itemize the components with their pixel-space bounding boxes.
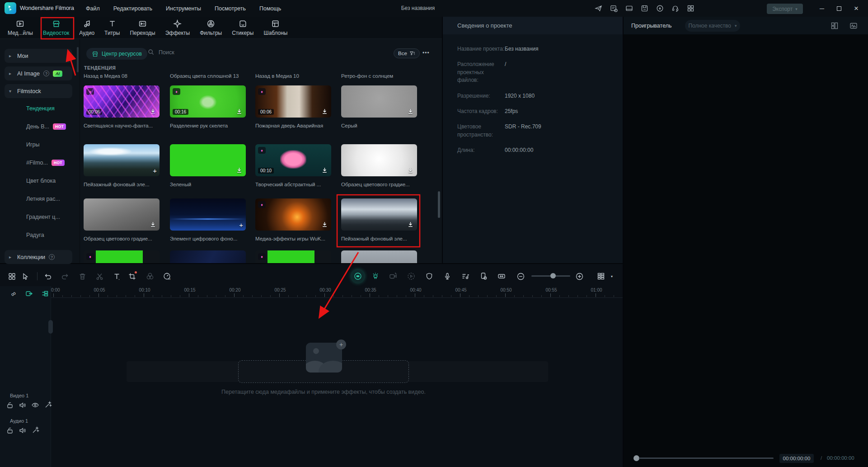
track-manager-icon[interactable] bbox=[596, 271, 606, 282]
sidebar-item-4[interactable]: #Filmo...HOT bbox=[26, 160, 65, 166]
filter-all-button[interactable]: Все bbox=[394, 48, 420, 58]
media-card[interactable]: ♦00:10Творческий абстрактный ... bbox=[255, 144, 331, 187]
sidebar-item-3[interactable]: Игры bbox=[26, 142, 39, 148]
media-thumbnail[interactable] bbox=[84, 198, 160, 231]
plugin-connector-icon[interactable] bbox=[370, 271, 381, 282]
tab-audio[interactable]: Аудио bbox=[74, 19, 99, 36]
auto-ripple-icon[interactable] bbox=[24, 288, 34, 298]
support-headset-icon[interactable] bbox=[671, 5, 679, 12]
zoom-slider-handle[interactable] bbox=[550, 273, 556, 278]
add-to-timeline-icon[interactable]: + bbox=[153, 167, 157, 175]
device-preview-icon[interactable] bbox=[478, 271, 489, 282]
undo-icon[interactable] bbox=[42, 271, 53, 282]
media-thumbnail[interactable] bbox=[341, 144, 417, 176]
minimize-button[interactable]: ─ bbox=[816, 3, 828, 14]
media-card[interactable]: +Элемент цифрового фоно... bbox=[170, 198, 246, 241]
select-tool-icon[interactable] bbox=[20, 271, 31, 282]
chevron-down-icon[interactable]: ▾ bbox=[609, 271, 615, 282]
sidebar-item-2[interactable]: День В...HOT bbox=[26, 123, 66, 130]
copyright-shield-icon[interactable] bbox=[424, 271, 435, 282]
mute-track-icon[interactable] bbox=[19, 426, 27, 434]
media-thumbnail[interactable] bbox=[341, 85, 417, 118]
media-thumbnail[interactable]: ♦00:06 bbox=[255, 85, 331, 118]
export-button[interactable]: Экспорт ▾ bbox=[767, 4, 803, 14]
media-thumbnail[interactable]: ♦ bbox=[84, 250, 160, 263]
download-icon[interactable] bbox=[321, 221, 328, 228]
download-icon[interactable] bbox=[407, 221, 414, 228]
delete-icon[interactable] bbox=[77, 271, 88, 282]
media-card[interactable]: ♦ bbox=[255, 250, 331, 263]
apply-effect-wand-icon[interactable] bbox=[31, 426, 39, 434]
download-icon[interactable] bbox=[321, 108, 328, 115]
download-icon[interactable] bbox=[236, 167, 243, 174]
media-card[interactable] bbox=[170, 250, 246, 263]
sidebar-group-ai-image[interactable]: ▸AI Image?AI bbox=[5, 66, 72, 80]
menu-item[interactable]: Посмотреть bbox=[215, 5, 246, 12]
share-icon[interactable] bbox=[595, 5, 602, 12]
media-card[interactable]: Серый bbox=[341, 85, 417, 128]
media-card[interactable]: +Пейзажный фоновый эле... bbox=[84, 144, 160, 187]
crop-tool-icon[interactable] bbox=[127, 271, 137, 282]
track-resize-handle[interactable] bbox=[48, 320, 53, 334]
mute-track-icon[interactable] bbox=[19, 401, 27, 409]
media-card[interactable]: ♦00:06Светящаяся научно-фанта... bbox=[84, 85, 160, 128]
layout-grid-icon[interactable] bbox=[830, 22, 839, 30]
sidebar-scrollbar[interactable] bbox=[77, 47, 79, 72]
split-track-icon[interactable] bbox=[40, 288, 50, 298]
zoom-in-icon[interactable] bbox=[574, 271, 585, 282]
media-card[interactable]: ♦Медиа-эффекты игры WuK... bbox=[255, 198, 331, 241]
timeline-ruler[interactable]: 00:0000:0500:1000:1500:2000:2500:3000:35… bbox=[51, 286, 623, 298]
sidebar-item-5[interactable]: Цвет блока bbox=[26, 178, 56, 184]
scope-waveform-icon[interactable] bbox=[849, 22, 858, 30]
more-options-button[interactable]: ••• bbox=[422, 50, 430, 56]
color-match-icon[interactable] bbox=[145, 271, 155, 282]
media-thumbnail[interactable]: ♦00:16 bbox=[170, 85, 246, 118]
split-scissors-icon[interactable] bbox=[94, 271, 105, 282]
media-card[interactable]: ♦00:16Разделение рук скелета bbox=[170, 85, 246, 128]
save-icon[interactable] bbox=[641, 5, 648, 12]
media-thumbnail[interactable]: ♦ bbox=[255, 198, 331, 231]
layout-panel-icon[interactable] bbox=[625, 5, 633, 12]
resource-center-button[interactable]: Центр ресурсов bbox=[86, 48, 147, 60]
media-thumbnail[interactable]: ♦ bbox=[255, 250, 331, 263]
media-card[interactable]: Зеленый bbox=[170, 144, 246, 187]
media-card[interactable]: ♦ bbox=[84, 250, 160, 263]
download-icon[interactable] bbox=[150, 221, 157, 228]
lock-track-icon[interactable] bbox=[6, 401, 14, 409]
task-list-icon[interactable] bbox=[610, 5, 618, 12]
download-icon[interactable] bbox=[321, 167, 328, 174]
progress-track[interactable] bbox=[639, 458, 774, 459]
menu-item[interactable]: Помощь bbox=[259, 5, 281, 12]
hide-track-eye-icon[interactable] bbox=[31, 401, 39, 409]
media-card[interactable]: Пейзажный фоновый эле... bbox=[341, 198, 417, 241]
tab-titles[interactable]: Титры bbox=[99, 19, 125, 36]
tab-templates[interactable]: Шаблоны bbox=[258, 19, 292, 36]
tab-video-stock[interactable]: Видеосток bbox=[38, 19, 74, 36]
tab-media-files[interactable]: Мед...йлы bbox=[3, 19, 38, 36]
ai-speed-icon[interactable]: AI bbox=[162, 271, 173, 282]
current-timecode[interactable]: 00:00:00:00 bbox=[779, 454, 814, 463]
zoom-out-icon[interactable] bbox=[515, 271, 526, 282]
sidebar-item-7[interactable]: Градиент ц... bbox=[26, 214, 60, 220]
redo-icon[interactable] bbox=[60, 271, 70, 282]
text-tool-icon[interactable] bbox=[111, 271, 122, 282]
media-thumbnail[interactable] bbox=[341, 198, 417, 231]
link-clips-icon[interactable]: ∞ bbox=[8, 288, 18, 298]
download-icon[interactable] bbox=[236, 108, 243, 115]
tab-filters[interactable]: Фильтры bbox=[195, 19, 227, 36]
sidebar-group-мои[interactable]: ▸Мои bbox=[5, 49, 72, 63]
voiceover-mic-icon[interactable] bbox=[442, 271, 453, 282]
menu-item[interactable]: Редактировать bbox=[113, 5, 152, 12]
preview-render-icon[interactable] bbox=[406, 271, 417, 282]
add-to-timeline-icon[interactable]: + bbox=[239, 221, 243, 229]
sidebar-item-6[interactable]: Летняя рас... bbox=[26, 196, 60, 202]
download-icon[interactable] bbox=[407, 108, 414, 115]
media-thumbnail[interactable] bbox=[170, 250, 246, 263]
tab-transitions[interactable]: Переходы bbox=[125, 19, 160, 36]
tab-stickers[interactable]: Стикеры bbox=[227, 19, 258, 36]
sidebar-item-1[interactable]: Тенденция bbox=[26, 105, 55, 112]
media-card[interactable]: Образец цветового градие... bbox=[84, 198, 160, 241]
help-icon[interactable]: ? bbox=[49, 254, 55, 260]
sidebar-item-8[interactable]: Радуга bbox=[26, 232, 44, 238]
sidebar-group-collections[interactable]: ▸Коллекции? bbox=[5, 250, 72, 264]
